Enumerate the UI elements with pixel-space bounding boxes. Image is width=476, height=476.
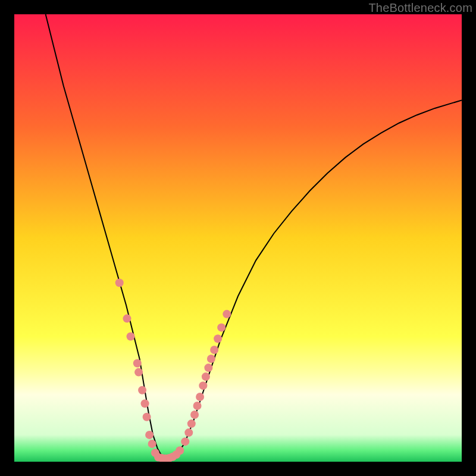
sample-point [210,346,218,354]
sample-point [199,381,207,390]
sample-point [187,419,196,428]
sample-point [202,372,210,381]
sample-point [196,393,204,401]
sample-point [138,386,146,394]
sample-point [133,359,142,368]
sample-point [214,334,222,343]
sample-point [115,278,124,287]
sample-point [143,413,151,421]
chart-frame [14,14,462,462]
sample-point [181,437,189,446]
sample-point [207,355,215,363]
watermark-text: TheBottleneck.com [368,1,472,15]
chart-canvas [14,14,462,462]
sample-point [193,402,202,410]
sample-point [145,431,154,439]
sample-point [141,399,149,408]
sample-point [223,310,231,318]
sample-point [176,446,184,455]
sample-point [134,368,143,377]
sample-point [217,323,226,331]
sample-point [190,411,199,419]
sample-point [148,440,156,448]
sample-point [123,314,131,322]
sample-point [127,332,135,340]
sample-point [204,364,212,372]
chart-background [14,14,462,462]
sample-point [184,428,193,437]
